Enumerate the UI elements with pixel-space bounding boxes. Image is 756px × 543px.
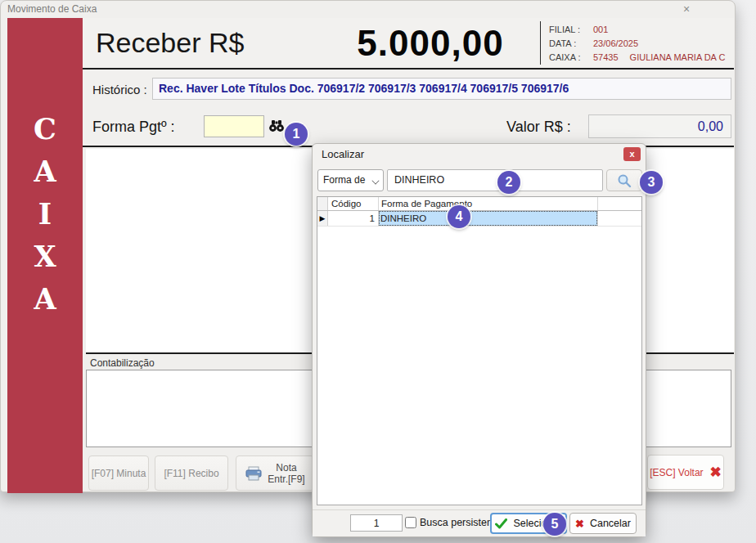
search-button[interactable] [606,169,642,191]
historico-field[interactable]: Rec. Haver Lote Títulos Doc. 706917/2 70… [152,78,731,100]
amount-value: 5.000,00 [328,23,533,64]
data-value: 23/06/2025 [593,37,638,51]
row-selector-cell: ▶ [317,211,328,226]
annotation-badge-1: 1 [285,123,308,146]
table-row[interactable]: ▶ 1 DINHEIRO [317,211,641,227]
historico-label: Histórico : [92,83,147,96]
window-titlebar: Movimento de Caixa × [1,1,735,18]
data-row: DATA : 23/06/2025 [549,37,731,51]
results-table: Código Forma de Pagamento ▶ 1 DINHEIRO [317,196,642,505]
valor-label: Valor R$ : [506,119,571,136]
f07-minuta-button[interactable]: [F07] Minuta [88,455,149,491]
magnifier-icon [617,173,632,188]
annotation-badge-5: 5 [543,513,566,536]
binoculars-icon[interactable] [268,119,285,133]
sidebar-letter: A [34,157,56,186]
annotation-badge-3: 3 [640,171,663,194]
caixa-number: 57435 [593,51,619,65]
result-count-field[interactable]: 1 [350,514,403,532]
busca-persistente-checkbox[interactable] [405,517,416,528]
operation-label: Receber R$ [96,27,244,59]
sidebar-letter: A [34,285,56,313]
cancelar-label: Cancelar [590,518,631,529]
voltar-x-icon: ✖ [710,465,722,479]
selected-cell-value[interactable]: DINHEIRO [379,211,597,226]
dialog-title: Localizar [322,148,364,160]
contabilizacao-label: Contabilização [90,357,155,369]
window-title: Movimento de Caixa [7,3,97,15]
cancelar-button[interactable]: ✖ Cancelar [569,513,637,534]
codigo-column-header: Código [328,197,379,210]
annotation-badge-4: 4 [448,205,470,228]
filial-value: 001 [593,23,608,37]
sidebar-letter: C [34,114,56,143]
table-header: Código Forma de Pagamento [317,197,641,211]
nota-entr-f9-button[interactable]: Nota Entr.[F9] [236,455,314,491]
caixa-row: CAIXA : 57435 GIULIANA MARIA DA C [549,51,731,65]
session-info-box: FILIAL : 001 DATA : 23/06/2025 CAIXA : 5… [549,23,731,65]
sidebar-letter: X [34,242,56,271]
caixa-operator-name: GIULIANA MARIA DA C [630,51,726,65]
green-check-icon [495,518,507,529]
current-row-marker-icon: ▶ [320,214,326,222]
filter-type-select[interactable]: Forma de Pagamen [317,169,384,191]
filial-label: FILIAL : [549,23,588,37]
sidebar-letter: I [38,200,52,228]
f11-recibo-button[interactable]: [F11] Recibo [155,455,228,491]
printer-icon [245,466,263,481]
nota-entr-label: Nota Entr.[F9] [268,462,304,485]
forma-pgto-input[interactable] [204,115,264,137]
red-x-icon: ✖ [575,518,584,530]
forma-column-header: Forma de Pagamento [379,197,598,210]
codigo-cell[interactable]: 1 [328,211,379,226]
localizar-dialog: Localizar x Forma de Pagamen DINHEIRO Có… [312,143,646,537]
row-selector-header [317,197,328,210]
filial-row: FILIAL : 001 [549,23,731,37]
dialog-footer: 1 Busca persistente Selecionar ✖ Cancela… [313,509,646,536]
window-close-icon[interactable]: × [676,2,697,17]
dialog-close-icon[interactable]: x [623,147,641,161]
esc-voltar-button[interactable]: [ESC] Voltar ✖ [647,455,724,490]
forma-cell[interactable]: DINHEIRO [379,211,598,226]
historico-row: Histórico : Rec. Haver Lote Títulos Doc.… [83,71,734,109]
data-label: DATA : [549,37,588,51]
caixa-label: CAIXA : [549,51,588,65]
valor-field[interactable]: 0,00 [588,114,731,138]
annotation-badge-2: 2 [497,171,520,194]
search-input[interactable]: DINHEIRO [387,169,603,191]
caixa-sidebar: C A I X A [7,18,83,493]
forma-pgto-label: Forma Pgtº : [92,119,175,136]
payment-row: Forma Pgtº : Valor R$ : 0,00 [83,109,734,147]
voltar-label: [ESC] Voltar [650,467,703,478]
busca-persistente-label: Busca persistente [420,517,501,528]
header-panel: Receber R$ 5.000,00 FILIAL : 001 DATA : … [83,18,734,70]
header-divider [540,21,541,65]
chevron-down-icon [371,177,379,184]
